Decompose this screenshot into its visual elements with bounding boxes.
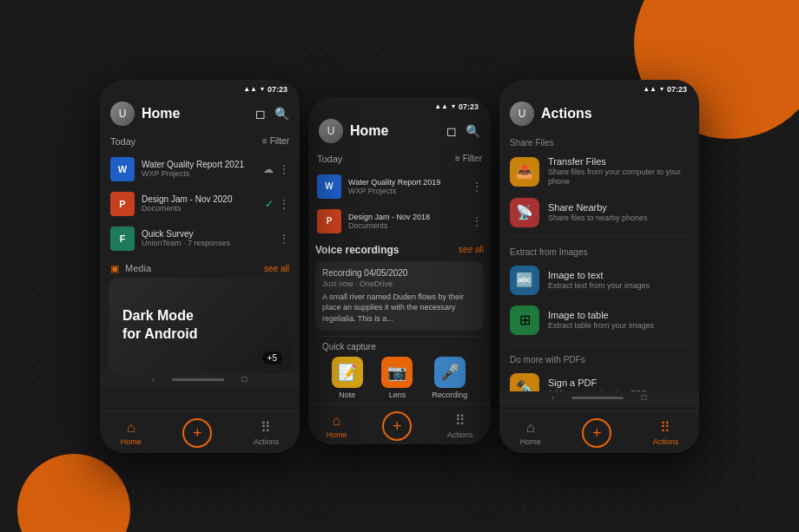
file-item-0-center[interactable]: W Water Quality Report 2019 WXP Projects… xyxy=(315,169,484,204)
app-bar-left: U Home ◻ 🔍 xyxy=(100,96,300,131)
action-share-right[interactable]: 📡 Share Nearby Share files to nearby pho… xyxy=(510,193,689,233)
home-label-right: Home xyxy=(520,437,541,446)
nav-home-right[interactable]: ⌂ Home xyxy=(520,420,541,446)
nav-home-left[interactable]: ⌂ Home xyxy=(121,420,142,446)
file-icon-word-center-0: W xyxy=(317,174,341,199)
actions-icon-right: ⠿ xyxy=(660,419,670,436)
img-text-glyph: 🔤 xyxy=(516,272,533,288)
back-icon-right[interactable]: ‹ xyxy=(551,394,554,402)
action-img-table-right[interactable]: ⊞ Image to table Extract table from your… xyxy=(510,300,689,340)
back-icon-left[interactable]: ‹ xyxy=(152,376,155,384)
wifi-icon-left: ▾ xyxy=(261,85,264,93)
nav-fab-right[interactable]: + xyxy=(582,418,611,448)
action-transfer-right[interactable]: 📤 Transfer Files Share files from your c… xyxy=(510,151,689,193)
file-item-2-left[interactable]: F Quick Survey UnionTeam · 7 responses ⋮ xyxy=(109,221,291,256)
today-header-left: Today ≡ Filter xyxy=(109,131,291,152)
nav-fab-left[interactable]: + xyxy=(182,418,212,448)
action-name-img-table-right: Image to table xyxy=(548,310,654,320)
filter-label-center: Filter xyxy=(463,154,482,163)
bottom-nav-right: ⌂ Home + ⠿ Actions xyxy=(499,410,699,453)
filter-label-left: Filter xyxy=(270,136,289,146)
today-label-center: Today xyxy=(317,154,342,164)
voice-card-center[interactable]: Recording 04/05/2020 Just now · OneDrive… xyxy=(315,261,484,332)
gesture-line-right xyxy=(571,397,624,399)
more-icon-center-0[interactable]: ⋮ xyxy=(472,181,482,193)
filter-center[interactable]: ≡ Filter xyxy=(455,154,482,163)
action-info-img-table-right: Image to table Extract table from your i… xyxy=(548,310,654,332)
check-icon-left-1[interactable]: ✓ xyxy=(265,198,274,210)
filter-icon-center: ≡ xyxy=(455,154,460,163)
action-desc-share-right: Share files to nearby phones xyxy=(548,213,648,224)
file-item-1-center[interactable]: P Design Jam - Nov 2018 Documents ⋮ xyxy=(315,204,484,239)
phones-container: ▲▲ ▾ 07:23 U Home ◻ 🔍 Today ≡ Filte xyxy=(100,80,699,453)
home-icon-left: ⌂ xyxy=(127,420,135,436)
signal-icon-left: ▲▲ xyxy=(243,85,257,93)
square-icon-left[interactable]: ☐ xyxy=(241,376,248,384)
media-title-text-left: Media xyxy=(125,263,151,273)
more-icon-left-2[interactable]: ⋮ xyxy=(279,233,289,245)
cloud-icon-left-0[interactable]: ☁ xyxy=(263,163,274,175)
media-card-badge-left: +5 xyxy=(262,351,282,365)
folder-icon-center[interactable]: ◻ xyxy=(446,124,457,138)
file-item-0-left[interactable]: W Water Quality Report 2021 WXP Projects… xyxy=(109,152,291,187)
filter-icon-left: ≡ xyxy=(262,136,267,146)
file-item-1-left[interactable]: P Design Jam - Nov 2020 Documents ✓ ⋮ xyxy=(109,187,291,221)
avatar-initial-left: U xyxy=(119,108,127,120)
voice-card-text-center: A small river named Duden flows by their… xyxy=(322,292,477,325)
avatar-face-left: U xyxy=(110,102,135,126)
group-title-0-right: Share Files xyxy=(510,131,689,151)
nav-home-center[interactable]: ⌂ Home xyxy=(326,413,347,439)
quick-lens-center[interactable]: 📷 Lens xyxy=(381,357,413,399)
file-name-left-2: Quick Survey xyxy=(142,229,272,239)
gesture-line-left xyxy=(172,378,224,381)
nav-actions-center[interactable]: ⠿ Actions xyxy=(447,412,473,439)
voice-header-center: Voice recordings see all xyxy=(315,239,484,261)
nav-actions-right[interactable]: ⠿ Actions xyxy=(653,419,679,446)
more-icon-left-0[interactable]: ⋮ xyxy=(279,163,289,175)
actions-label-right: Actions xyxy=(653,437,679,446)
recording-label-center: Recording xyxy=(432,391,467,399)
quick-recording-center[interactable]: 🎤 Recording xyxy=(432,357,467,399)
file-name-left-1: Design Jam - Nov 2020 xyxy=(142,194,258,204)
action-sign-right[interactable]: ✒️ Sign a PDF Add your signature to a PD… xyxy=(510,368,689,391)
wifi-icon-center: ▾ xyxy=(452,102,455,110)
lens-icon-center: 📷 xyxy=(381,357,413,388)
folder-icon-left[interactable]: ◻ xyxy=(255,107,266,121)
img-text-icon-right: 🔤 xyxy=(510,266,539,295)
note-icon-center: 📝 xyxy=(332,357,363,388)
time-right: 07:23 xyxy=(667,85,687,94)
avatar-center: U xyxy=(319,119,343,143)
voice-see-all-center[interactable]: see all xyxy=(459,245,484,254)
home-label-left: Home xyxy=(121,437,142,446)
action-desc-transfer-right: Share files from your computer to your p… xyxy=(548,167,689,187)
quick-note-center[interactable]: 📝 Note xyxy=(332,357,363,399)
filter-left[interactable]: ≡ Filter xyxy=(262,136,289,146)
app-bar-icons-left: ◻ 🔍 xyxy=(255,107,289,121)
file-info-center-1: Design Jam - Nov 2018 Documents xyxy=(348,213,465,230)
phone-left: ▲▲ ▾ 07:23 U Home ◻ 🔍 Today ≡ Filte xyxy=(100,80,300,453)
file-info-center-0: Water Quality Report 2019 WXP Projects xyxy=(348,178,465,195)
transfer-icon-right: 📤 xyxy=(510,157,539,187)
square-icon-right[interactable]: ☐ xyxy=(641,394,647,402)
action-desc-sign-right: Add your signature to a PDF xyxy=(548,389,647,391)
action-info-img-text-right: Image to text Extract text from your ima… xyxy=(548,270,650,292)
lens-label-center: Lens xyxy=(389,391,406,399)
nav-actions-left[interactable]: ⠿ Actions xyxy=(254,419,280,446)
media-see-all-left[interactable]: see all xyxy=(264,264,289,273)
app-title-right: Actions xyxy=(541,106,689,122)
file-icon-forms-left-2: F xyxy=(110,227,135,251)
action-img-text-right[interactable]: 🔤 Image to text Extract text from your i… xyxy=(510,260,689,300)
nav-fab-center[interactable]: + xyxy=(382,411,412,441)
file-info-left-0: Water Quality Report 2021 WXP Projects xyxy=(142,160,256,178)
sign-glyph: ✒️ xyxy=(516,379,533,391)
actions-icon-left: ⠿ xyxy=(261,419,271,436)
time-left: 07:23 xyxy=(267,85,287,94)
media-card-left[interactable]: Dark Modefor Android +5 xyxy=(109,278,291,373)
more-icon-center-1[interactable]: ⋮ xyxy=(472,215,482,227)
gesture-bar-left: ‹ ☐ xyxy=(100,373,300,387)
search-icon-left[interactable]: 🔍 xyxy=(274,107,289,121)
search-icon-center[interactable]: 🔍 xyxy=(466,124,480,138)
content-center: Today ≡ Filter W Water Quality Report 20… xyxy=(308,148,491,444)
more-icon-left-1[interactable]: ⋮ xyxy=(279,198,289,210)
app-bar-center: U Home ◻ 🔍 xyxy=(308,114,491,148)
